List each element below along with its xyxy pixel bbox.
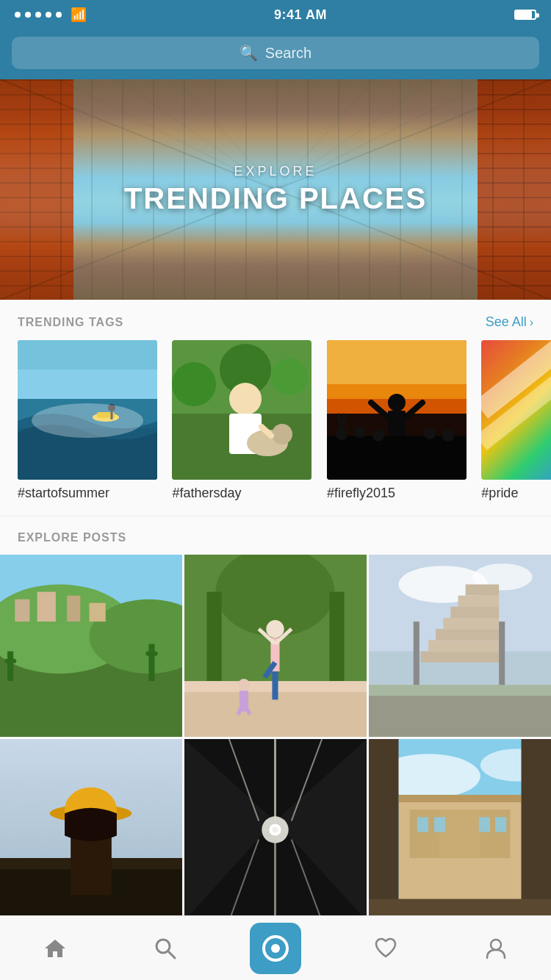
svg-rect-84 xyxy=(450,607,499,618)
tag-thumb-firefly2015 xyxy=(327,340,467,480)
svg-point-34 xyxy=(388,394,406,411)
post-item-yoga[interactable] xyxy=(184,555,367,737)
svg-line-130 xyxy=(168,951,175,958)
hero-title: TRENDING PLACES xyxy=(124,182,427,215)
tag-item-startofsummer[interactable]: #startofsummer xyxy=(18,340,157,501)
camera-dot xyxy=(271,944,280,953)
svg-rect-125 xyxy=(369,739,398,921)
camera-button[interactable] xyxy=(250,923,301,974)
svg-rect-81 xyxy=(428,640,499,651)
home-icon xyxy=(43,937,67,960)
tag-item-firefly2015[interactable]: #firefly2015 xyxy=(327,340,467,501)
hero-explore-label: EXPLORE xyxy=(124,164,427,179)
svg-point-40 xyxy=(354,426,366,438)
svg-point-42 xyxy=(424,428,436,439)
fathersday-svg xyxy=(172,340,311,480)
svg-rect-35 xyxy=(388,411,406,436)
trending-tags-section: TRENDING TAGS See All › xyxy=(0,300,551,516)
trending-tags-title: TRENDING TAGS xyxy=(18,316,123,329)
svg-point-18 xyxy=(108,404,115,411)
signal-dot-4 xyxy=(46,12,51,18)
signal-dot-2 xyxy=(25,12,31,18)
search-icon: 🔍 xyxy=(240,44,258,62)
surf-photo xyxy=(18,340,157,480)
see-all-tags-link[interactable]: See All › xyxy=(486,314,533,330)
post-item-stairs[interactable] xyxy=(369,555,551,737)
wifi-icon: 📶 xyxy=(71,7,87,23)
svg-rect-57 xyxy=(4,659,16,663)
post-thumb-tunnel xyxy=(184,739,367,921)
svg-rect-82 xyxy=(436,629,499,640)
surf-svg xyxy=(18,340,157,480)
post-item-cityscape[interactable] xyxy=(0,555,182,737)
post-thumb-building xyxy=(369,739,551,921)
pride-svg xyxy=(481,340,551,480)
svg-rect-122 xyxy=(479,817,490,832)
tag-name-startofsummer: #startofsummer xyxy=(18,486,109,500)
svg-point-28 xyxy=(272,424,292,444)
see-all-tags-label: See All xyxy=(486,314,527,330)
post-thumb-cityscape xyxy=(0,555,182,737)
battery-icon xyxy=(514,10,536,20)
hero-banner[interactable]: EXPLORE TRENDING PLACES xyxy=(0,79,551,300)
svg-rect-17 xyxy=(97,412,115,418)
heart-icon xyxy=(374,937,397,960)
main-content: EXPLORE TRENDING PLACES TRENDING TAGS Se… xyxy=(0,79,551,980)
trending-tags-header: TRENDING TAGS See All › xyxy=(0,300,551,340)
signal-dot-5 xyxy=(56,12,62,18)
post-item-building[interactable] xyxy=(369,739,551,921)
svg-rect-86 xyxy=(466,584,500,595)
posts-grid xyxy=(0,555,551,921)
svg-rect-52 xyxy=(15,599,29,621)
explore-posts-title: EXPLORE POSTS xyxy=(18,531,126,544)
svg-rect-56 xyxy=(7,652,13,681)
tag-thumb-pride xyxy=(481,340,551,480)
bottom-nav xyxy=(0,915,551,980)
svg-rect-54 xyxy=(67,596,80,621)
svg-rect-38 xyxy=(327,436,467,480)
profile-icon xyxy=(484,937,508,960)
post-item-hat[interactable] xyxy=(0,739,182,921)
svg-point-43 xyxy=(442,430,454,442)
svg-point-111 xyxy=(272,826,278,832)
signal-dot-3 xyxy=(35,12,41,18)
hero-text: EXPLORE TRENDING PLACES xyxy=(124,164,427,215)
svg-point-23 xyxy=(271,359,308,395)
svg-rect-15 xyxy=(18,340,157,370)
nav-profile[interactable] xyxy=(459,926,533,970)
svg-rect-119 xyxy=(439,810,480,858)
post-item-tunnel[interactable] xyxy=(184,739,367,921)
svg-point-22 xyxy=(172,362,216,406)
svg-rect-120 xyxy=(417,817,428,832)
svg-point-41 xyxy=(372,430,384,442)
svg-marker-128 xyxy=(45,940,65,957)
explore-posts-section: EXPLORE POSTS xyxy=(0,516,551,921)
post-thumb-hat xyxy=(0,739,182,921)
svg-point-16 xyxy=(93,413,119,422)
firefly-svg xyxy=(327,340,467,480)
tag-item-fathersday[interactable]: #fathersday xyxy=(172,340,311,501)
svg-rect-63 xyxy=(329,592,344,681)
nav-home[interactable] xyxy=(18,926,92,970)
tag-name-firefly2015: #firefly2015 xyxy=(327,486,395,500)
svg-point-39 xyxy=(336,428,347,440)
chevron-right-icon: › xyxy=(530,316,533,329)
search-bar-container: 🔍 Search xyxy=(0,29,551,79)
nav-activity[interactable] xyxy=(349,926,422,970)
svg-rect-126 xyxy=(522,739,551,921)
nav-camera[interactable] xyxy=(239,926,312,970)
svg-rect-90 xyxy=(369,696,551,737)
search-bar[interactable]: 🔍 Search xyxy=(12,37,539,69)
trending-tags-scroll[interactable]: #startofsummer xyxy=(0,340,551,516)
status-time: 9:41 AM xyxy=(274,7,327,23)
nav-search[interactable] xyxy=(129,926,202,970)
post-thumb-stairs xyxy=(369,555,551,737)
svg-point-131 xyxy=(491,940,501,950)
svg-point-66 xyxy=(266,620,284,638)
status-left: 📶 xyxy=(15,7,87,23)
tag-item-pride[interactable]: #pride xyxy=(481,340,551,501)
tag-name-pride: #pride xyxy=(481,486,518,500)
search-nav-icon xyxy=(154,937,177,960)
search-placeholder: Search xyxy=(265,45,311,62)
svg-rect-58 xyxy=(148,644,154,681)
